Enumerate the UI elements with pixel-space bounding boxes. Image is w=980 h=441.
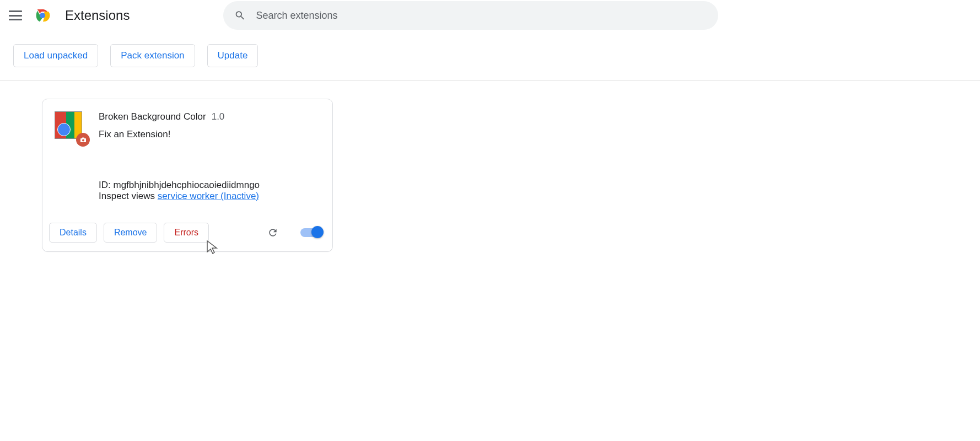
errors-button[interactable]: Errors [164,223,209,243]
page-title: Extensions [65,8,130,23]
extension-name: Broken Background Color [99,111,206,122]
inspect-views-label: Inspect views [99,191,155,201]
reload-icon[interactable] [266,226,279,239]
svg-point-4 [82,139,84,141]
search-input[interactable] [256,10,707,21]
toolbar: Load unpacked Pack extension Update [0,31,980,81]
pack-extension-button[interactable]: Pack extension [110,44,195,67]
extension-version: 1.0 [212,111,225,122]
chrome-icon [33,6,52,25]
inspect-views-row: Inspect views service worker (Inactive) [99,191,320,202]
camera-badge-icon [76,133,90,147]
header: Extensions [0,0,980,31]
enable-toggle[interactable] [300,228,322,237]
id-value: mgfbhjnibhjdehcphiocaoiediidmngo [113,180,260,190]
service-worker-link[interactable]: service worker (Inactive) [158,191,259,201]
menu-icon[interactable] [9,9,22,22]
extension-description: Fix an Extension! [99,129,320,140]
extension-card: Broken Background Color 1.0 Fix an Exten… [42,99,333,252]
extension-id-row: ID: mgfbhjnibhjdehcphiocaoiediidmngo [99,180,320,191]
extension-icon [55,111,84,141]
id-label: ID: [99,180,111,190]
search-icon [234,9,246,21]
content: Broken Background Color 1.0 Fix an Exten… [0,81,980,252]
svg-rect-5 [82,137,84,138]
update-button[interactable]: Update [207,44,259,67]
search-bar[interactable] [223,1,718,30]
remove-button[interactable]: Remove [104,223,158,243]
details-button[interactable]: Details [49,223,97,243]
svg-point-2 [40,13,45,18]
load-unpacked-button[interactable]: Load unpacked [13,44,98,67]
